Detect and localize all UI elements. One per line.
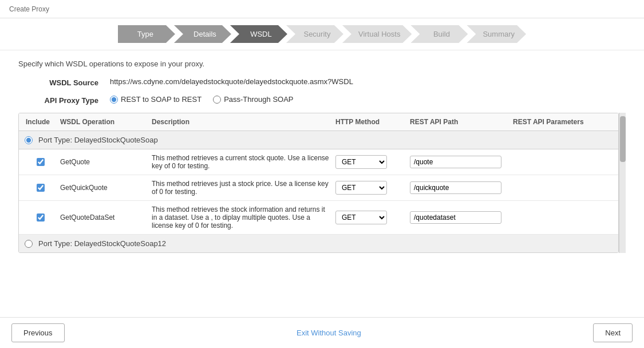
row2-rest-params (511, 187, 614, 189)
row3-path-input[interactable] (410, 211, 501, 224)
col-rest-path: REST API Path (408, 117, 511, 127)
section2-label: Port Type: DelayedStockQuoteSoap12 (38, 239, 166, 248)
row3-http-method: GET POST PUT DELETE (333, 209, 408, 226)
step-wsdl-label: WSDL (230, 25, 287, 43)
row3-checkbox[interactable] (37, 213, 45, 222)
row2-checkbox[interactable] (37, 184, 45, 192)
step-type-label: Type (118, 25, 175, 43)
step-build[interactable]: Build (410, 25, 468, 43)
radio-pass-through[interactable]: Pass-Through SOAP (213, 95, 293, 104)
step-type[interactable]: Type (118, 25, 175, 43)
radio-pass-through-input[interactable] (213, 96, 221, 104)
step-details[interactable]: Details (174, 25, 231, 43)
table-row: GetQuickQuote This method retrieves just… (19, 175, 618, 201)
section1-radio[interactable] (25, 136, 33, 144)
col-wsdl-op: WSDL Operation (58, 117, 149, 127)
step-build-label: Build (410, 25, 468, 43)
page-header: Create Proxy (0, 0, 644, 18)
col-description: Description (149, 117, 333, 127)
section-row-2[interactable]: Port Type: DelayedStockQuoteSoap12 (19, 235, 618, 252)
operations-table-wrapper: Include WSDL Operation Description HTTP … (18, 113, 626, 253)
exit-link[interactable]: Exit Without Saving (297, 329, 361, 337)
row1-http-select[interactable]: GET POST PUT DELETE (335, 155, 387, 169)
scrollbar-track[interactable] (619, 113, 626, 253)
row3-rest-path (408, 210, 511, 225)
step-details-label: Details (174, 25, 231, 43)
row2-description: This method retrieves just a stock price… (149, 179, 333, 197)
row1-checkbox[interactable] (37, 158, 45, 166)
next-button[interactable]: Next (593, 323, 633, 342)
row1-http-method: GET POST PUT DELETE (333, 154, 408, 170)
row3-http-select[interactable]: GET POST PUT DELETE (335, 211, 387, 224)
table-header: Include WSDL Operation Description HTTP … (19, 113, 618, 131)
step-security-label: Security (286, 25, 343, 43)
row1-rest-params (511, 161, 614, 163)
row2-rest-path (408, 180, 511, 195)
operations-table: Include WSDL Operation Description HTTP … (18, 113, 619, 253)
row2-http-method: GET POST PUT DELETE (333, 180, 408, 196)
row2-include (23, 183, 58, 193)
page-title: Create Proxy (9, 5, 49, 13)
api-proxy-type-label: API Proxy Type (18, 95, 98, 105)
radio-rest-to-soap-input[interactable] (110, 96, 118, 104)
step-wsdl[interactable]: WSDL (230, 25, 287, 43)
row2-http-select[interactable]: GET POST PUT DELETE (335, 181, 387, 195)
col-http-method: HTTP Method (333, 117, 408, 127)
row3-include (23, 212, 58, 223)
wizard-steps: Type Details WSDL Security Virtual Hosts… (0, 18, 644, 50)
row1-rest-path (408, 155, 511, 169)
row2-operation: GetQuickQuote (58, 183, 149, 193)
row1-description: This method retrieves a current stock qu… (149, 153, 333, 171)
row3-operation: GetQuoteDataSet (58, 212, 149, 223)
instruction-text: Specify which WSDL operations to expose … (18, 60, 626, 68)
table-row: GetQuoteDataSet This method retrieves th… (19, 201, 618, 235)
row2-path-input[interactable] (410, 181, 501, 194)
radio-pass-through-label: Pass-Through SOAP (224, 95, 293, 104)
content-area: Specify which WSDL operations to expose … (0, 50, 644, 317)
row1-operation: GetQuote (58, 157, 149, 167)
step-summary[interactable]: Summary (467, 25, 526, 43)
step-security[interactable]: Security (286, 25, 343, 43)
wsdl-source-value: https://ws.cdyne.com/delayedstockquote/d… (110, 77, 353, 86)
footer: Previous Exit Without Saving Next (0, 317, 644, 348)
section1-label: Port Type: DelayedStockQuoteSoap (38, 136, 158, 144)
table-row: GetQuote This method retrieves a current… (19, 149, 618, 175)
row1-path-input[interactable] (410, 156, 501, 168)
row1-include (23, 157, 58, 167)
col-rest-params: REST API Parameters (511, 117, 614, 127)
wsdl-source-row: WSDL Source https://ws.cdyne.com/delayed… (18, 77, 626, 87)
section-row-1[interactable]: Port Type: DelayedStockQuoteSoap (19, 131, 618, 149)
wsdl-source-label: WSDL Source (18, 77, 98, 87)
previous-button[interactable]: Previous (11, 323, 65, 342)
section2-radio[interactable] (25, 240, 33, 248)
step-summary-label: Summary (467, 25, 526, 43)
row3-description: This method retrieves the stock informat… (149, 204, 333, 231)
radio-rest-to-soap[interactable]: REST to SOAP to REST (110, 95, 202, 104)
page-wrapper: Create Proxy Type Details WSDL Security … (0, 0, 644, 348)
radio-rest-to-soap-label: REST to SOAP to REST (121, 95, 202, 104)
col-include: Include (23, 117, 58, 127)
api-proxy-type-row: API Proxy Type REST to SOAP to REST Pass… (18, 95, 626, 105)
row3-rest-params (511, 216, 614, 219)
step-virtual-hosts-label: Virtual Hosts (342, 25, 412, 43)
step-virtual-hosts[interactable]: Virtual Hosts (342, 25, 412, 43)
scrollbar-thumb[interactable] (620, 116, 626, 162)
proxy-type-radio-group: REST to SOAP to REST Pass-Through SOAP (110, 95, 294, 104)
